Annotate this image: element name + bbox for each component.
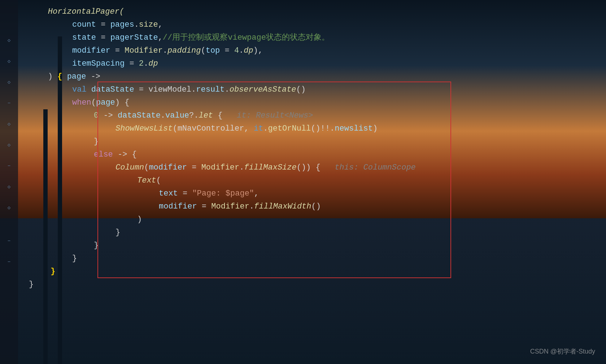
code-token: dataState xyxy=(91,83,134,96)
code-token: let xyxy=(199,109,213,122)
code-token: = xyxy=(197,200,212,213)
code-line-1: HorizontalPager( xyxy=(29,5,599,18)
code-token: = xyxy=(110,44,125,57)
code-line-22: } xyxy=(29,278,599,291)
code-token: . xyxy=(161,109,165,122)
code-line-9: 0 -> dataState . value ?. let { it: Resu… xyxy=(29,109,599,122)
code-token: getOrNull xyxy=(268,122,311,135)
code-token: , xyxy=(254,187,259,200)
code-line-15: text = "Page: $page" , xyxy=(29,187,599,200)
code-token: { xyxy=(57,70,62,83)
code-token: ) xyxy=(137,213,142,226)
code-token: = xyxy=(96,18,110,31)
code-token: . xyxy=(249,200,254,213)
code-line-19: } xyxy=(29,239,599,252)
code-token: padding xyxy=(167,44,201,57)
code-line-3: state = pagerState , //用于控制或观察viewpage状态… xyxy=(29,31,599,44)
code-token: -> { xyxy=(113,148,137,161)
code-line-21: } xyxy=(29,265,599,278)
code-token: . xyxy=(134,18,139,31)
code-token: ( xyxy=(91,96,96,109)
code-line-16: modifier = Modifier . fillMaxWidth () xyxy=(29,200,599,213)
code-line-6: ) { page -> xyxy=(29,70,599,83)
code-token xyxy=(62,70,67,83)
code-token: = xyxy=(125,57,139,70)
code-token: = viewModel. xyxy=(134,83,196,96)
code-token: "Page: $page" xyxy=(192,187,254,200)
code-token: newslist xyxy=(335,122,373,135)
code-token: ( xyxy=(144,161,149,174)
code-token: () xyxy=(311,200,321,213)
code-token: } xyxy=(72,252,77,265)
code-token: page xyxy=(96,96,115,109)
code-token: ()!!. xyxy=(311,122,335,135)
code-token: } xyxy=(94,239,99,252)
code-token: = xyxy=(96,31,110,44)
code-token: } xyxy=(29,278,34,291)
code-token: Modifier xyxy=(125,44,163,57)
code-token: . xyxy=(239,44,244,57)
code-line-7: val dataState = viewModel. result . obse… xyxy=(29,83,599,96)
code-token: ) { xyxy=(115,96,130,109)
code-line-14: Text ( xyxy=(29,174,599,187)
code-token: Text xyxy=(137,174,156,187)
code-token: . xyxy=(225,83,230,96)
code-token: text xyxy=(159,187,178,200)
code-token: ( xyxy=(156,174,161,187)
gutter-icon-11: − xyxy=(5,258,13,266)
code-token: = xyxy=(220,44,234,57)
code-line-20: } xyxy=(29,252,599,265)
code-token: observeAsState xyxy=(230,83,296,96)
code-token: Modifier xyxy=(201,161,240,174)
code-token: Column xyxy=(115,161,144,174)
code-token: ( xyxy=(201,44,205,57)
code-token: -> xyxy=(86,70,100,83)
code-token: //用于控制或观察viewpage状态的状态对象。 xyxy=(163,31,330,44)
code-token: top xyxy=(206,44,220,57)
code-editor: HorizontalPager( count = pages . size , … xyxy=(18,0,606,364)
watermark: CSDN @初学者-Study xyxy=(530,346,595,357)
gutter-icon-3: ◇ xyxy=(5,79,13,86)
code-token: it: Result<News> xyxy=(237,109,313,122)
code-line-5: itemSpacing = 2 . dp xyxy=(29,57,599,70)
code-line-13: Column ( modifier = Modifier . fillMaxSi… xyxy=(29,161,599,174)
code-token: dataState xyxy=(118,109,161,122)
code-token: ?. xyxy=(189,109,199,122)
code-token: 0 xyxy=(94,109,99,122)
code-token: it xyxy=(254,122,263,135)
code-token: state xyxy=(72,31,96,44)
code-line-4: modifier = Modifier . padding ( top = 4 … xyxy=(29,44,599,57)
code-token: -> xyxy=(99,109,118,122)
gutter-icon-10: − xyxy=(5,237,13,245)
code-token: { xyxy=(213,109,237,122)
code-token: result xyxy=(196,83,224,96)
code-token: } xyxy=(51,265,55,278)
code-token: fillMaxSize xyxy=(244,161,296,174)
code-token: . xyxy=(239,161,244,174)
code-token: itemSpacing xyxy=(72,57,125,70)
gutter-icon-9: ◇ xyxy=(5,204,13,211)
code-token: fillMaxWidth xyxy=(254,200,311,213)
code-token: this: ColumnScope xyxy=(335,161,415,174)
code-token: ), xyxy=(253,44,263,57)
code-token: value xyxy=(165,109,189,122)
code-token: ShowNewsList xyxy=(115,122,173,135)
code-token: val xyxy=(72,83,91,96)
code-token: dp xyxy=(244,44,253,57)
code-token: = xyxy=(178,187,192,200)
code-token: modifier xyxy=(72,44,110,57)
code-token: ()) { xyxy=(297,161,335,174)
code-token: when xyxy=(72,96,91,109)
code-line-18: } xyxy=(29,226,599,239)
code-token: modifier xyxy=(159,200,197,213)
gutter-icon-4: − xyxy=(5,100,13,107)
gutter-icon-7: − xyxy=(5,162,13,170)
code-token: } xyxy=(94,135,99,148)
code-token: . xyxy=(263,122,268,135)
code-token: Modifier xyxy=(211,200,249,213)
code-token: 4 xyxy=(234,44,239,57)
code-token: count xyxy=(72,18,96,31)
code-line-2: count = pages . size , xyxy=(29,18,599,31)
code-line-12: else -> { xyxy=(29,148,599,161)
code-token: HorizontalPager( xyxy=(29,5,124,18)
